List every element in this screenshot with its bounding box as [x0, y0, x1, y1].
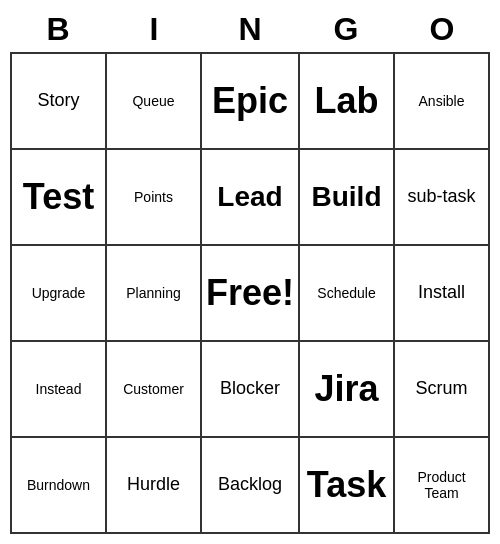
bingo-cell-22: Backlog	[202, 438, 300, 534]
bingo-grid: StoryQueueEpicLabAnsibleTestPointsLeadBu…	[10, 52, 490, 534]
bingo-cell-text-14: Install	[399, 282, 484, 303]
bingo-cell-7: Lead	[202, 150, 300, 246]
bingo-cell-text-3: Lab	[304, 80, 389, 122]
bingo-cell-text-21: Hurdle	[111, 474, 196, 495]
bingo-cell-text-12: Free!	[206, 272, 294, 314]
bingo-cell-18: Jira	[300, 342, 395, 438]
bingo-cell-text-13: Schedule	[304, 285, 389, 301]
bingo-cell-text-8: Build	[304, 181, 389, 213]
bingo-cell-text-1: Queue	[111, 93, 196, 109]
bingo-cell-16: Customer	[107, 342, 202, 438]
bingo-cell-23: Task	[300, 438, 395, 534]
header-letter-b: B	[10, 11, 106, 48]
bingo-cell-11: Planning	[107, 246, 202, 342]
bingo-cell-text-4: Ansible	[399, 93, 484, 109]
bingo-cell-text-15: Instead	[16, 381, 101, 397]
bingo-cell-text-7: Lead	[206, 181, 294, 213]
bingo-cell-text-9: sub-task	[399, 186, 484, 207]
bingo-cell-text-24: Product Team	[399, 469, 484, 501]
bingo-cell-14: Install	[395, 246, 490, 342]
bingo-header: BINGO	[10, 11, 490, 48]
bingo-cell-text-18: Jira	[304, 368, 389, 410]
bingo-cell-text-23: Task	[304, 464, 389, 506]
bingo-cell-text-5: Test	[16, 176, 101, 218]
bingo-cell-text-6: Points	[111, 189, 196, 205]
bingo-cell-20: Burndown	[12, 438, 107, 534]
bingo-cell-17: Blocker	[202, 342, 300, 438]
bingo-cell-text-22: Backlog	[206, 474, 294, 495]
bingo-cell-19: Scrum	[395, 342, 490, 438]
bingo-cell-text-20: Burndown	[16, 477, 101, 493]
bingo-cell-6: Points	[107, 150, 202, 246]
header-letter-g: G	[298, 11, 394, 48]
bingo-cell-24: Product Team	[395, 438, 490, 534]
bingo-cell-text-19: Scrum	[399, 378, 484, 399]
header-letter-i: I	[106, 11, 202, 48]
bingo-card: BINGO StoryQueueEpicLabAnsibleTestPoints…	[10, 11, 490, 534]
bingo-cell-text-16: Customer	[111, 381, 196, 397]
bingo-cell-13: Schedule	[300, 246, 395, 342]
bingo-cell-5: Test	[12, 150, 107, 246]
bingo-cell-text-0: Story	[16, 90, 101, 111]
bingo-cell-3: Lab	[300, 54, 395, 150]
bingo-cell-10: Upgrade	[12, 246, 107, 342]
bingo-cell-9: sub-task	[395, 150, 490, 246]
bingo-cell-1: Queue	[107, 54, 202, 150]
bingo-cell-12: Free!	[202, 246, 300, 342]
bingo-cell-text-11: Planning	[111, 285, 196, 301]
bingo-cell-21: Hurdle	[107, 438, 202, 534]
bingo-cell-15: Instead	[12, 342, 107, 438]
header-letter-n: N	[202, 11, 298, 48]
bingo-cell-2: Epic	[202, 54, 300, 150]
bingo-cell-8: Build	[300, 150, 395, 246]
bingo-cell-text-17: Blocker	[206, 378, 294, 399]
bingo-cell-0: Story	[12, 54, 107, 150]
bingo-cell-text-10: Upgrade	[16, 285, 101, 301]
bingo-cell-4: Ansible	[395, 54, 490, 150]
header-letter-o: O	[394, 11, 490, 48]
bingo-cell-text-2: Epic	[206, 80, 294, 122]
